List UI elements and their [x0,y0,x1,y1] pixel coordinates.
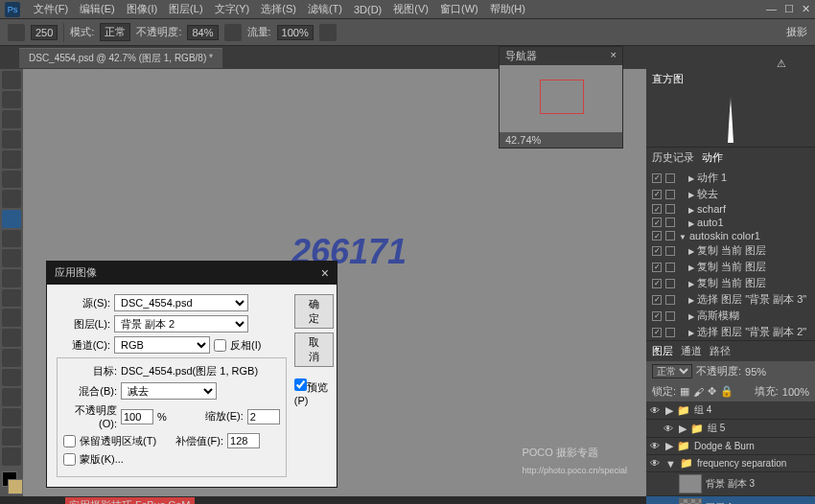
blend-mode-select[interactable]: 正常 [100,23,130,41]
eyedropper-tool[interactable] [2,171,21,189]
close-icon[interactable]: ✕ [802,3,810,15]
action-item[interactable]: ✓▶ 动作 1 [648,170,813,186]
dodge-tool[interactable] [2,329,21,347]
dlg-opacity-label: 不透明度(O): [63,403,117,429]
lock-trans-icon[interactable]: ▦ [680,385,689,398]
target-label: 目标: [63,364,117,378]
menu-view[interactable]: 视图(V) [387,2,434,16]
layer-item[interactable]: 👁▶📁组 5 [646,420,815,438]
menu-filter[interactable]: 滤镜(T) [302,2,348,16]
menu-edit[interactable]: 编辑(E) [74,2,121,16]
menu-layer[interactable]: 图层(L) [163,2,208,16]
dialog-close-icon[interactable]: × [321,265,329,281]
gradient-tool[interactable] [2,289,21,308]
pressure-opacity-icon[interactable] [224,24,242,41]
lock-all-icon[interactable]: 🔒 [720,385,734,398]
menu-image[interactable]: 图像(I) [121,2,163,16]
move-tool[interactable] [2,71,21,89]
action-item[interactable]: ✓▶ 选择 图层 "背景 副本 3" [648,291,813,308]
visibility-icon[interactable]: 👁 [650,458,662,469]
action-item[interactable]: ✓▶ 选择 图层 "背景 副本 2" [648,324,813,340]
marquee-tool[interactable] [2,91,21,109]
layer-blend-select[interactable]: 正常 [652,364,692,378]
channel-select[interactable]: RGB [114,336,210,354]
history-brush-tool[interactable] [2,249,21,267]
layer-item[interactable]: 👁图层 1 [646,496,815,504]
brush-tool[interactable] [2,210,21,228]
layer-item[interactable]: 👁▼📁frequency separation [646,455,815,472]
tools-panel [0,69,23,496]
zoom-tool[interactable] [2,447,21,466]
maximize-icon[interactable]: ☐ [784,3,794,15]
layers-list: 👁▶📁组 4👁▶📁组 5👁▶📁Dodge & Burn👁▼📁frequency … [646,401,815,504]
dialog-title: 应用图像 [55,265,97,281]
histogram-tab[interactable]: 直方图 [652,72,684,86]
lasso-tool[interactable] [2,110,21,128]
menu-type[interactable]: 文字(Y) [209,2,256,16]
action-item[interactable]: ✓▶ 高斯模糊 [648,308,813,324]
menu-window[interactable]: 窗口(W) [434,2,484,16]
menu-select[interactable]: 选择(S) [255,2,302,16]
shape-tool[interactable] [2,408,21,426]
action-item[interactable]: ✓▶ auto1 [648,216,813,229]
brush-preset-icon[interactable] [8,24,25,41]
action-item[interactable]: ✓▶ 较去 [648,186,813,202]
crop-tool[interactable] [2,150,21,169]
invert-checkbox[interactable] [214,339,226,352]
dlg-opacity-input[interactable] [121,409,153,424]
preserve-checkbox[interactable] [63,435,76,447]
mask-checkbox[interactable] [63,453,76,466]
visibility-icon[interactable]: 👁 [664,424,675,434]
heal-tool[interactable] [2,190,21,208]
layer-opacity-input[interactable]: 95% [745,366,766,378]
navigator-zoom[interactable]: 42.74% [505,134,541,146]
lock-paint-icon[interactable]: 🖌 [693,386,704,398]
document-tab[interactable]: DSC_4554.psd @ 42.7% (图层 1, RGB/8) * [19,48,222,68]
paths-tab[interactable]: 路径 [710,344,731,358]
menu-file[interactable]: 文件(F) [28,2,74,16]
source-select[interactable]: DSC_4554.psd [114,294,248,311]
navigator-preview[interactable] [500,65,622,132]
path-tool[interactable] [2,388,21,406]
action-item[interactable]: ✓▶ 复制 当前 图层 [648,275,813,291]
layers-tab[interactable]: 图层 [652,344,673,358]
layer-select[interactable]: 背景 副本 2 [114,315,248,332]
fill-input[interactable]: 100% [782,386,809,398]
offset-input[interactable] [227,433,260,448]
flow-input[interactable]: 100% [277,25,314,40]
opacity-input[interactable]: 84% [187,25,218,40]
hand-tool[interactable] [2,428,21,447]
layer-item[interactable]: 👁▶📁Dodge & Burn [646,438,815,455]
eraser-tool[interactable] [2,269,21,287]
action-item[interactable]: ✓▼ autoskin color1 [648,229,813,242]
blur-tool[interactable] [2,309,21,327]
visibility-icon[interactable]: 👁 [650,441,662,451]
wand-tool[interactable] [2,130,21,149]
lock-pos-icon[interactable]: ✥ [708,385,716,398]
menu-help[interactable]: 帮助(H) [484,2,531,16]
cancel-button[interactable]: 取消 [294,332,334,367]
stamp-tool[interactable] [2,230,21,248]
ok-button[interactable]: 确定 [294,294,334,329]
scale-input[interactable] [247,409,280,424]
layer-item[interactable]: 背景 副本 3 [646,472,815,496]
brush-size[interactable]: 250 [31,25,58,40]
actions-tab[interactable]: 动作 [702,150,723,165]
workspace-select[interactable]: 摄影 [786,25,807,39]
action-item[interactable]: ✓▶ 复制 当前 图层 [648,259,813,275]
preview-checkbox[interactable] [294,378,307,391]
airbrush-icon[interactable] [319,24,337,41]
blend-select[interactable]: 减去 [121,382,217,400]
pen-tool[interactable] [2,349,21,367]
action-item[interactable]: ✓▶ 复制 当前 图层 [648,242,813,259]
background-swatch[interactable] [8,479,23,494]
layer-item[interactable]: 👁▶📁组 4 [646,401,815,420]
channels-tab[interactable]: 通道 [681,344,702,358]
type-tool[interactable] [2,369,21,387]
minimize-icon[interactable]: — [766,3,777,15]
navigator-close-icon[interactable]: × [611,49,617,63]
menu-3d[interactable]: 3D(D) [348,4,387,15]
visibility-icon[interactable]: 👁 [650,405,662,416]
action-item[interactable]: ✓▶ scharf [648,202,813,216]
history-tab[interactable]: 历史记录 [652,150,694,165]
